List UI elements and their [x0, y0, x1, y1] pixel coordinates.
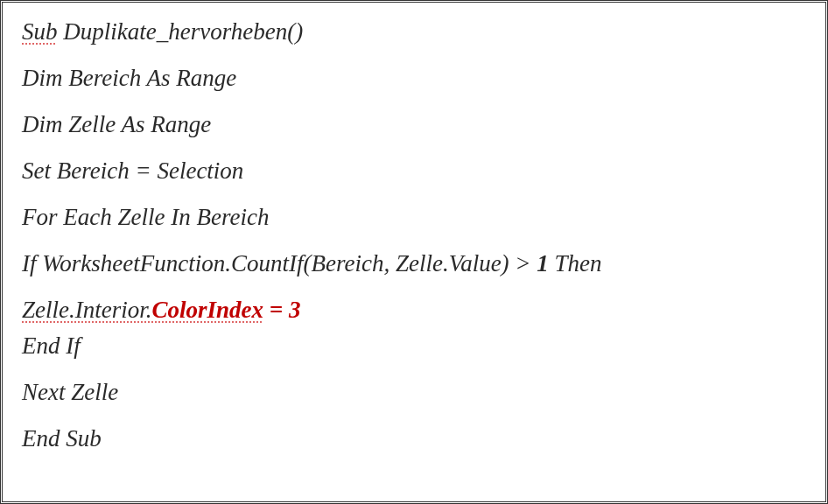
code-line: Dim Zelle As Range — [22, 111, 806, 138]
code-line: End If — [22, 332, 806, 360]
code-segment: For Each Zelle In Bereich — [22, 204, 269, 230]
document-frame: Sub Duplikate_hervorheben()Dim Bereich A… — [0, 0, 828, 504]
code-line: Zelle.Interior.ColorIndex = 3 — [22, 297, 806, 324]
code-segment: Set Bereich = Selection — [22, 158, 243, 184]
code-line: For Each Zelle In Bereich — [22, 204, 806, 231]
code-segment: Duplikate_hervorheben() — [58, 18, 304, 45]
code-segment: End Sub — [22, 425, 102, 452]
code-line: Set Bereich = Selection — [22, 158, 806, 185]
code-segment: Then — [549, 250, 602, 276]
code-segment: = — [263, 297, 289, 323]
code-segment: 3 — [289, 297, 301, 323]
code-segment: Sub — [22, 18, 58, 45]
code-segment: End If — [22, 332, 81, 359]
code-block: Sub Duplikate_hervorheben()Dim Bereich A… — [3, 3, 825, 501]
code-line: If WorksheetFunction.CountIf(Bereich, Ze… — [22, 250, 806, 277]
code-segment: If WorksheetFunction.CountIf(Bereich, Ze… — [22, 250, 537, 276]
code-segment: Dim Bereich As Range — [22, 65, 236, 91]
code-line: Next Zelle — [22, 379, 806, 406]
code-segment: Next Zelle — [22, 379, 118, 405]
code-line: End Sub — [22, 425, 806, 452]
code-line: Sub Duplikate_hervorheben() — [22, 18, 806, 46]
code-segment: Dim Zelle As Range — [22, 111, 211, 137]
code-segment: Zelle.Interior. — [22, 297, 152, 323]
code-segment: 1 — [537, 250, 549, 276]
code-line: Dim Bereich As Range — [22, 65, 806, 92]
code-segment: ColorIndex — [152, 297, 264, 323]
